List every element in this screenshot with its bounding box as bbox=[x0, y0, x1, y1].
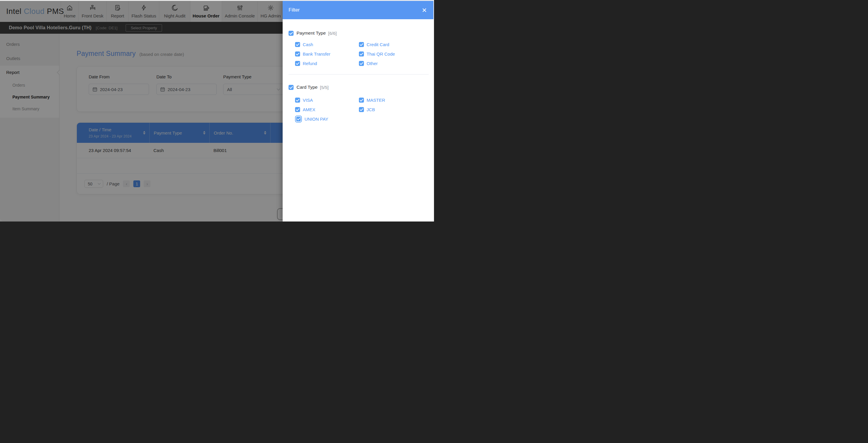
checkbox[interactable] bbox=[295, 42, 300, 47]
payment-type-parent-checkbox[interactable] bbox=[288, 31, 293, 36]
option-bank-transfer[interactable]: Bank Transfer bbox=[295, 51, 359, 57]
filter-panel-title: Filter bbox=[288, 7, 300, 13]
option-union-pay[interactable]: UNION PAY bbox=[295, 116, 359, 122]
app-window: Intel Cloud PMS Home Front Desk Report F… bbox=[0, 0, 434, 222]
option-visa[interactable]: VISA bbox=[295, 97, 359, 103]
option-master[interactable]: MASTER bbox=[359, 97, 426, 103]
card-type-options: VISA MASTER AMEX JCB UNION PAY bbox=[295, 97, 426, 122]
card-type-count: [5/5] bbox=[320, 85, 329, 90]
window-top-strip bbox=[0, 0, 434, 1]
checkbox bbox=[296, 117, 301, 121]
option-jcb[interactable]: JCB bbox=[359, 107, 426, 112]
option-cash[interactable]: Cash bbox=[295, 41, 359, 47]
scrollbar-track[interactable] bbox=[433, 0, 434, 222]
payment-type-options: Cash Credit Card Bank Transfer Thai QR C… bbox=[295, 41, 426, 66]
payment-type-section-header: Payment Type [6/6] bbox=[288, 30, 426, 36]
close-icon[interactable]: ✕ bbox=[422, 7, 427, 13]
option-other[interactable]: Other bbox=[359, 60, 426, 66]
option-credit-card[interactable]: Credit Card bbox=[359, 41, 426, 47]
checkbox[interactable] bbox=[295, 52, 300, 57]
checkbox[interactable] bbox=[359, 107, 364, 112]
checkbox[interactable] bbox=[295, 107, 300, 112]
checkbox[interactable] bbox=[359, 97, 364, 102]
filter-panel-header: Filter ✕ bbox=[283, 1, 433, 19]
filter-panel: Filter ✕ Payment Type [6/6] Cash Credit … bbox=[283, 1, 433, 222]
card-type-parent-checkbox[interactable] bbox=[288, 85, 293, 90]
checkbox[interactable] bbox=[359, 52, 364, 57]
option-amex[interactable]: AMEX bbox=[295, 107, 359, 112]
checkbox[interactable] bbox=[359, 42, 364, 47]
payment-type-section-label: Payment Type bbox=[297, 30, 326, 36]
checkbox[interactable] bbox=[295, 61, 300, 66]
checkbox-focused[interactable] bbox=[295, 116, 302, 122]
checkbox[interactable] bbox=[359, 61, 364, 66]
option-refund[interactable]: Refund bbox=[295, 60, 359, 66]
card-type-section-label: Card Type bbox=[297, 85, 317, 90]
filter-panel-body: Payment Type [6/6] Cash Credit Card Bank… bbox=[283, 19, 433, 122]
checkbox[interactable] bbox=[295, 97, 300, 102]
payment-type-count: [6/6] bbox=[328, 31, 337, 36]
section-divider bbox=[288, 74, 429, 75]
option-thai-qr-code[interactable]: Thai QR Code bbox=[359, 51, 426, 57]
card-type-section-header: Card Type [5/5] bbox=[288, 84, 426, 90]
